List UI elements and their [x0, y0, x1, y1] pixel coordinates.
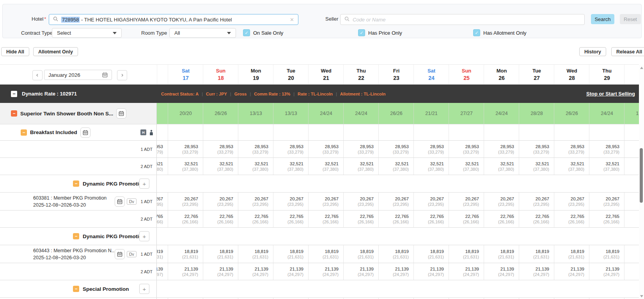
scroll-down-icon[interactable]	[640, 295, 643, 297]
collapse-section-icon[interactable]: −	[21, 129, 27, 136]
price-cell[interactable]: 21,139(24,297)	[273, 263, 308, 280]
price-cell[interactable]: 22,765(26,166)	[484, 211, 519, 227]
grid-cell[interactable]	[238, 124, 273, 140]
grid-cell[interactable]	[589, 175, 624, 192]
price-cell[interactable]: 21,139(24,297)	[343, 263, 378, 280]
price-cell[interactable]: 22,765(26,166)	[449, 211, 484, 227]
collapse-group-icon[interactable]: −	[73, 233, 79, 239]
price-cell[interactable]: 20,267(23,295)	[203, 193, 238, 210]
price-cell[interactable]: 20,267(23,295)	[519, 193, 554, 210]
price-cell[interactable]: 32,521(37,380)	[554, 158, 589, 175]
price-cell[interactable]: 21,139(24,297)	[238, 263, 273, 280]
price-cell[interactable]: 21,139(24,297)	[449, 263, 484, 280]
price-cell[interactable]: 18,819(21,631)	[203, 245, 238, 263]
price-cell[interactable]: 28,953(33,279)	[273, 141, 308, 157]
price-cell[interactable]: 22,765(26,166)	[273, 211, 308, 227]
price-cell[interactable]: 18,819(21,631)	[449, 245, 484, 263]
grid-cell[interactable]	[519, 175, 554, 192]
price-cell[interactable]: 18,819(21,631)	[238, 245, 273, 263]
clear-icon[interactable]: ✕	[290, 17, 294, 23]
price-cell[interactable]: 28,953(33,279)	[238, 141, 273, 157]
month-picker[interactable]: January 2026	[44, 70, 112, 80]
price-cell[interactable]: 18,819(21,631)	[308, 245, 343, 263]
scroll-up-icon[interactable]	[640, 67, 643, 69]
price-cell[interactable]: 28,953(33,279)	[413, 141, 449, 157]
price-cell[interactable]: 22,765(26,166)	[589, 211, 624, 227]
grid-cell[interactable]	[624, 280, 639, 297]
grid-cell[interactable]	[519, 124, 554, 140]
allotment-cell[interactable]: 26/26	[554, 103, 589, 124]
price-cell[interactable]: 22,765(26,166)	[343, 211, 378, 227]
collapse-group-icon[interactable]: −	[73, 286, 79, 292]
grid-cell[interactable]	[519, 280, 554, 297]
hide-all-button[interactable]: Hide All	[1, 47, 29, 56]
price-cell[interactable]: 20,267(23,295)	[157, 193, 168, 210]
stop-start-selling-link[interactable]: Stop or Start Selling	[586, 91, 635, 97]
allotment-only-button[interactable]: Allotment Only	[33, 47, 78, 56]
price-cell[interactable]: 28,953(33,279)	[554, 141, 589, 157]
price-cell[interactable]: 18,819(21,631)	[378, 245, 413, 263]
grid-cell[interactable]	[449, 175, 484, 192]
room-type-select[interactable]: All	[169, 28, 236, 38]
grid-cell[interactable]	[484, 124, 519, 140]
seller-search-input[interactable]: Code or Name	[340, 14, 585, 25]
grid-cell[interactable]	[168, 175, 203, 192]
grid-cell[interactable]	[378, 228, 413, 245]
add-promotion-button[interactable]: +	[139, 179, 149, 189]
grid-cell[interactable]	[589, 228, 624, 245]
grid-cell[interactable]	[203, 124, 238, 140]
scrollbar-thumb[interactable]	[640, 148, 643, 203]
grid-cell[interactable]	[203, 175, 238, 192]
price-cell[interactable]: 28,953(33,279)	[484, 141, 519, 157]
price-cell[interactable]: 21,139(24,297)	[308, 263, 343, 280]
price-cell[interactable]: 22,765(26,166)	[413, 211, 449, 227]
grid-cell[interactable]	[343, 124, 378, 140]
grid-cell[interactable]	[413, 228, 449, 245]
allotment-cell[interactable]	[157, 103, 168, 124]
price-cell[interactable]: 18,819(21,631)	[519, 245, 554, 263]
grid-cell[interactable]	[554, 124, 589, 140]
collapse-rate-icon[interactable]: −	[11, 91, 17, 97]
price-cell[interactable]	[624, 245, 639, 263]
price-cell[interactable]: 28,953(33,279)	[308, 141, 343, 157]
grid-cell[interactable]	[238, 228, 273, 245]
collapse-group-icon[interactable]: −	[73, 180, 79, 187]
grid-cell[interactable]	[554, 175, 589, 192]
promotion-calendar-button[interactable]	[115, 249, 125, 259]
grid-cell[interactable]	[449, 228, 484, 245]
grid-cell[interactable]	[308, 124, 343, 140]
price-cell[interactable]: 21,139(24,297)	[484, 263, 519, 280]
contract-type-select[interactable]: Select	[52, 28, 122, 38]
price-cell[interactable]: 18,819(21,631)	[554, 245, 589, 263]
price-cell[interactable]: 32,521(37,380)	[238, 158, 273, 175]
grid-cell[interactable]	[168, 228, 203, 245]
allotment-cell[interactable]: 21/21	[413, 103, 449, 124]
grid-cell[interactable]	[554, 280, 589, 297]
allotment-cell[interactable]: 26/26	[378, 103, 413, 124]
price-cell[interactable]: 32,521(37,380)	[413, 158, 449, 175]
price-cell[interactable]: 22,765(26,166)	[308, 211, 343, 227]
price-cell[interactable]	[624, 211, 639, 227]
price-cell[interactable]: 28,953(33,279)	[519, 141, 554, 157]
allotment-cell[interactable]: 24/24	[343, 103, 378, 124]
price-cell[interactable]: 21,139(24,297)	[413, 263, 449, 280]
grid-cell[interactable]	[413, 175, 449, 192]
grid-cell[interactable]	[157, 280, 168, 297]
grid-cell[interactable]	[449, 124, 484, 140]
price-cell[interactable]: 21,139(24,297)	[157, 263, 168, 280]
allotment-cell[interactable]: 24/24	[484, 103, 519, 124]
room-calendar-button[interactable]	[116, 108, 126, 119]
grid-cell[interactable]	[378, 280, 413, 297]
grid-cell[interactable]	[168, 124, 203, 140]
grid-cell[interactable]	[624, 175, 639, 192]
grid-cell[interactable]	[238, 175, 273, 192]
price-cell[interactable]: 20,267(23,295)	[308, 193, 343, 210]
price-cell[interactable]: 32,521(37,380)	[449, 158, 484, 175]
reset-button[interactable]: Reset	[620, 14, 641, 24]
grid-cell[interactable]	[308, 175, 343, 192]
grid-cell[interactable]	[273, 175, 308, 192]
grid-cell[interactable]	[413, 280, 449, 297]
grid-cell[interactable]	[589, 280, 624, 297]
price-cell[interactable]: 20,267(23,295)	[343, 193, 378, 210]
price-cell[interactable]: 22,765(26,166)	[168, 211, 203, 227]
